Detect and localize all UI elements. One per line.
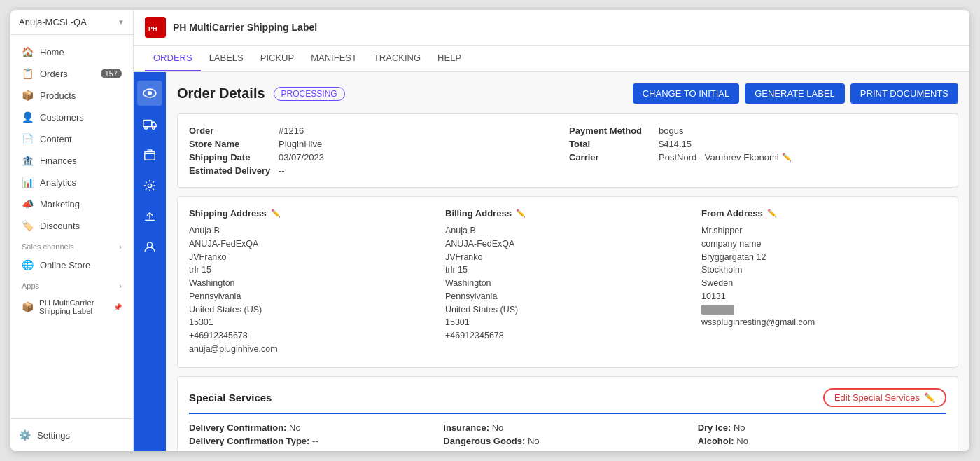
sidebar-item-home-label: Home [40,47,64,57]
shipping-date-value: 03/07/2023 [279,152,324,163]
sidebar-item-online-store-label: Online Store [40,260,90,270]
online-store-icon: 🌐 [22,259,34,270]
order-details-header: Order Details PROCESSING CHANGE TO INITI… [177,83,958,104]
subnav-tracking[interactable]: TRACKING [365,46,429,71]
order-number-label: Order [189,125,273,136]
special-services-card: Special Services Edit Special Services ✏… [177,376,958,452]
store-selector[interactable]: Anuja-MCSL-QA ▼ [10,10,133,35]
apps-section: Apps › [10,276,133,293]
sidebar-item-content[interactable]: 📄 Content [13,128,130,149]
main-content: Order Details PROCESSING CHANGE TO INITI… [166,72,969,451]
svg-point-5 [145,127,148,130]
insurance-row: Insurance: No [443,422,692,433]
billing-address-edit-icon[interactable]: ✏️ [516,209,526,218]
carrier-row: Carrier PostNord - Varubrev Ekonomi ✏️ [569,152,946,163]
sidebar-nav: 🏠 Home 📋 Orders 157 📦 Products 👤 Custome… [10,35,133,418]
subnav-pickup[interactable]: PICKUP [252,46,302,71]
billing-address-block: Billing Address ✏️ Anuja B ANUJA-FedExQA… [445,208,690,356]
orders-badge: 157 [101,69,122,78]
svg-point-3 [148,91,152,95]
plugin-header: PH PH MultiCarrier Shipping Label [134,10,969,46]
sidebar-item-products[interactable]: 📦 Products [13,85,130,106]
estimated-delivery-value: -- [279,165,285,176]
svg-point-6 [153,127,155,130]
address-grid: Shipping Address ✏️ Anuja B ANUJA-FedExQ… [189,208,946,356]
order-number-row: Order #1216 [189,125,566,136]
alcohol-row: Alcohol: No [698,436,946,446]
blue-sidebar-truck-icon[interactable] [137,111,162,137]
blue-sidebar-gear-icon[interactable] [137,173,162,198]
address-card: Shipping Address ✏️ Anuja B ANUJA-FedExQ… [177,196,958,368]
edit-special-services-button[interactable]: Edit Special Services ✏️ [823,388,946,407]
sidebar-item-ph-multicarrier[interactable]: 📦 PH MultiCarrier Shipping Label 📌 [13,294,130,320]
blue-sidebar-box-icon[interactable] [137,142,162,167]
svg-text:PH: PH [148,25,158,32]
shipping-address-edit-icon[interactable]: ✏️ [271,209,281,218]
sidebar-item-customers[interactable]: 👤 Customers [13,106,130,128]
sidebar-item-content-label: Content [40,134,72,144]
order-details-title: Order Details [177,85,265,102]
dry-ice-row: Dry Ice: No [698,422,946,433]
shipping-address-block: Shipping Address ✏️ Anuja B ANUJA-FedExQ… [189,208,434,356]
delivery-confirmation-col: Delivery Confirmation: No Delivery Confi… [189,422,438,446]
subnav-help[interactable]: HELP [429,46,470,71]
analytics-icon: 📊 [22,177,34,188]
generate-label-button[interactable]: GENERATE LABEL [745,83,845,104]
estimated-delivery-row: Estimated Delivery -- [189,165,566,176]
delivery-confirmation-type-row: Delivery Confirmation Type: -- [189,436,438,446]
total-row: Total $414.15 [569,139,946,149]
content-icon: 📄 [22,133,34,144]
billing-address-title: Billing Address ✏️ [445,208,690,219]
carrier-label: Carrier [569,152,653,163]
subnav-orders[interactable]: ORDERS [145,46,201,71]
sidebar-item-finances[interactable]: 🏦 Finances [13,150,130,171]
left-sidebar: Anuja-MCSL-QA ▼ 🏠 Home 📋 Orders 157 📦 Pr… [10,10,134,451]
blue-sidebar-eye-icon[interactable] [137,81,162,106]
from-address-edit-icon[interactable]: ✏️ [767,209,777,218]
blue-sidebar-person-icon[interactable] [137,235,162,260]
total-label: Total [569,139,653,149]
sidebar-item-analytics[interactable]: 📊 Analytics [13,172,130,193]
sidebar-item-discounts-label: Discounts [40,221,80,231]
ph-multicarrier-pin-icon: 📌 [113,303,122,311]
svg-point-8 [148,184,151,187]
subnav-manifest[interactable]: MANIFEST [302,46,365,71]
blue-sidebar-upload-icon[interactable] [137,204,162,229]
sidebar-footer: ⚙️ Settings [10,418,133,451]
home-icon: 🏠 [22,46,34,57]
plugin-subnav: ORDERS LABELS PICKUP MANIFEST TRACKING H… [134,46,969,72]
sidebar-item-online-store[interactable]: 🌐 Online Store [13,254,130,275]
order-info-card: Order #1216 Store Name PluginHive Shippi… [177,113,958,188]
sidebar-item-settings-label: Settings [37,430,70,441]
print-documents-button[interactable]: PRINT DOCUMENTS [850,83,958,104]
order-details-title-area: Order Details PROCESSING [177,85,345,102]
total-value: $414.15 [659,139,692,149]
edit-special-services-icon: ✏️ [924,392,935,403]
change-to-initial-button[interactable]: CHANGE TO INITIAL [633,83,740,104]
sales-channels-chevron: › [119,242,122,251]
sidebar-item-discounts[interactable]: 🏷️ Discounts [13,215,130,236]
shipping-date-row: Shipping Date 03/07/2023 [189,152,566,163]
carrier-edit-icon[interactable]: ✏️ [782,153,792,162]
store-name: Anuja-MCSL-QA [19,17,87,27]
ph-multicarrier-icon: 📦 [22,301,34,312]
finances-icon: 🏦 [22,155,34,166]
content-wrapper: Order Details PROCESSING CHANGE TO INITI… [134,72,969,451]
payment-method-value: bogus [659,125,683,136]
special-services-header: Special Services Edit Special Services ✏… [189,388,946,407]
marketing-icon: 📣 [22,198,34,209]
subnav-labels[interactable]: LABELS [201,46,252,71]
main-area: PH PH MultiCarrier Shipping Label ORDERS… [134,10,969,451]
sidebar-item-home[interactable]: 🏠 Home [13,41,130,62]
sidebar-item-settings[interactable]: ⚙️ Settings [19,425,125,446]
sales-channels-title: Sales channels [22,242,74,251]
customers-icon: 👤 [22,111,34,123]
payment-method-row: Payment Method bogus [569,125,946,136]
delivery-confirmation-row: Delivery Confirmation: No [189,422,438,433]
special-services-title: Special Services [189,392,272,404]
sidebar-item-orders[interactable]: 📋 Orders 157 [13,63,130,84]
sidebar-item-marketing[interactable]: 📣 Marketing [13,193,130,214]
sidebar-item-products-label: Products [40,90,76,101]
dangerous-goods-row: Dangerous Goods: No [443,436,692,446]
sidebar-item-finances-label: Finances [40,156,77,166]
